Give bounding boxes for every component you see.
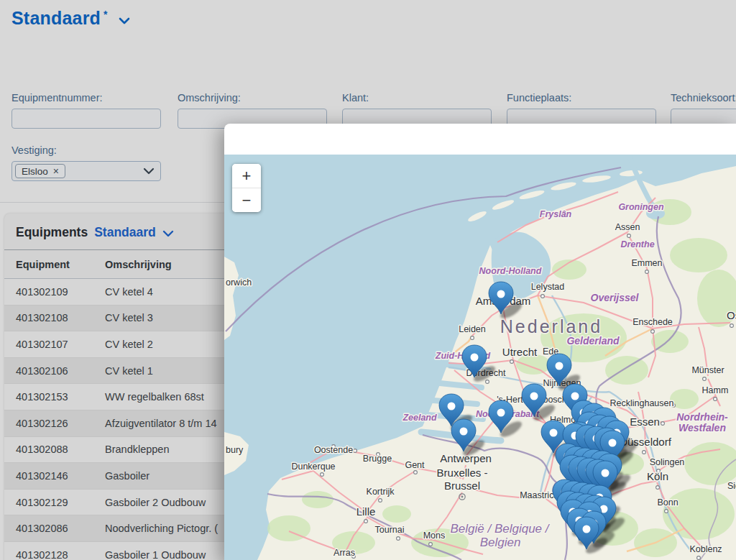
map-image: Noord-HollandFryslânGroningenDrentheOver… — [224, 155, 736, 560]
map-city-label: Koblenz — [689, 544, 722, 554]
equipment-cell: 401302128 — [4, 549, 105, 560]
vestiging-select[interactable]: Elsloo × — [12, 161, 161, 181]
equipment-cell: 401302109 — [4, 286, 105, 298]
equipments-view-selector[interactable]: Standaard — [94, 225, 156, 240]
vestiging-token: Elsloo × — [15, 164, 65, 178]
map-city-label: Tournai — [375, 525, 405, 535]
map-region-label: Westfalen — [678, 422, 726, 433]
map-city-label: Utrecht — [502, 346, 538, 358]
map-region-label: Zeeland — [402, 413, 437, 423]
map-city-label: Dunkerque — [291, 462, 335, 472]
map-city-label: Leiden — [459, 324, 486, 334]
map-city-label: Enschede — [632, 317, 673, 327]
map-city-label: Oostende — [314, 445, 353, 455]
map-region-label: Noord-Holland — [479, 266, 542, 276]
map-region-label: Groningen — [618, 202, 664, 212]
map-city-label: Münster — [691, 365, 724, 375]
map-city-label: Mons — [423, 531, 446, 541]
filter-label: Functieplaats: — [507, 92, 656, 104]
map-region-label: Drenthe — [620, 239, 654, 249]
map-region-label: Nordrhein- — [676, 411, 728, 423]
page-title: Standaard — [12, 8, 101, 29]
map-city-label: Arras — [334, 548, 355, 558]
chevron-down-icon[interactable] — [162, 227, 174, 240]
map-city-label: Lelystad — [531, 282, 565, 292]
equipment-cell: 401302107 — [4, 339, 105, 350]
equipment-cell: 401302088 — [4, 444, 105, 455]
filter-label: Klant: — [342, 92, 492, 104]
map-city-label: Lille — [356, 505, 376, 518]
equipment-cell: 401302108 — [4, 312, 105, 323]
equipment-cell: 401302086 — [4, 523, 105, 534]
equipment-cell: 401302106 — [4, 365, 105, 377]
filter-equipmentnummer: Equipmentnummer: — [12, 92, 161, 129]
token-label: Elsloo — [22, 166, 48, 177]
chevron-down-icon[interactable] — [143, 165, 155, 178]
modified-indicator: * — [104, 9, 107, 20]
map-city-label: Köln — [647, 470, 668, 482]
map-country-label-belgium: Belgien — [480, 536, 521, 549]
zoom-out-button[interactable]: − — [232, 188, 261, 212]
map-zoom-control: + − — [232, 164, 261, 212]
map-canvas[interactable]: + − Noord-HollandFryslânGroningenDrenthe… — [224, 155, 736, 560]
token-remove-icon[interactable]: × — [53, 165, 59, 177]
map-city-label: Assen — [615, 222, 640, 232]
dialog-header — [224, 124, 736, 155]
map-city-label: bury — [226, 445, 244, 455]
filter-label: Equipmentnummer: — [12, 92, 161, 104]
map-region-label: Gelderland — [566, 335, 620, 346]
map-city-label: Brussel — [444, 479, 480, 492]
map-country-label: Nederland — [500, 316, 602, 336]
map-country-label-belgium: België / Belgique / — [450, 522, 550, 536]
map-city-label: orwich — [226, 277, 252, 288]
chevron-down-icon[interactable] — [118, 15, 131, 28]
map-city-label: Osnabrück — [727, 309, 736, 321]
equipment-cell: 401302153 — [4, 391, 105, 403]
equipment-cell: 401302126 — [4, 418, 105, 429]
zoom-in-button[interactable]: + — [232, 164, 261, 188]
map-city-label: Gent — [405, 460, 425, 470]
filter-label: Technieksoort: — [671, 92, 736, 104]
map-city-label: Emmen — [631, 258, 662, 268]
map-region-label: Overijssel — [591, 292, 640, 303]
map-city-label: Kortrijk — [367, 487, 395, 497]
equipmentnummer-input[interactable] — [12, 109, 161, 129]
map-dialog: + − Noord-HollandFryslânGroningenDrenthe… — [224, 124, 736, 560]
view-title[interactable]: Standaard * — [12, 8, 131, 29]
map-region-label: Fryslân — [540, 209, 572, 219]
map-city-label: Recklinghausen — [610, 398, 674, 408]
column-header-equipment: Equipment — [4, 259, 105, 270]
equipment-cell: 401302129 — [4, 497, 105, 508]
map-city-label: Siegen — [727, 481, 736, 491]
equipments-title: Equipments — [16, 225, 88, 240]
map-city-label: Essen — [630, 416, 660, 428]
equipment-cell: 401302146 — [4, 470, 105, 482]
map-city-label: Hamm — [702, 385, 729, 395]
map-city-label: Brugge — [363, 454, 392, 464]
filter-label: Omschrijving: — [178, 92, 327, 104]
filter-label: Vestiging: — [12, 144, 161, 156]
map-city-label: Solingen — [650, 457, 685, 467]
map-city-label: Bonn — [657, 497, 678, 508]
filter-vestiging: Vestiging: Elsloo × — [12, 144, 161, 181]
map-city-label: Bruxelles - — [437, 467, 488, 479]
